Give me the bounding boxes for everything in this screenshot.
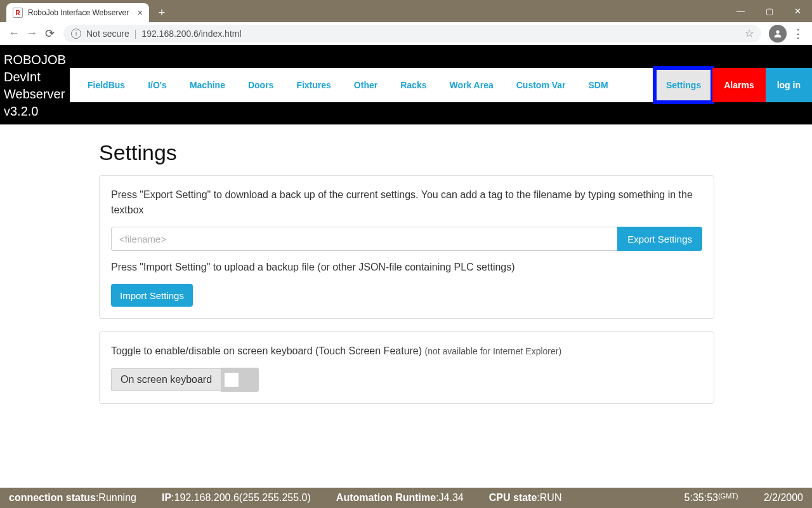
nav-workarea[interactable]: Work Area [438,68,504,102]
export-description: Press "Export Setting" to download a bac… [111,187,702,218]
nav-machine[interactable]: Machine [178,68,237,102]
page-content: Settings Press "Export Setting" to downl… [0,124,812,446]
bookmark-icon[interactable]: ☆ [745,27,754,39]
keyboard-toggle[interactable] [221,368,259,392]
import-description: Press "Import Setting" to upload a backu… [111,260,702,275]
status-bar: connection status:Running IP:192.168.200… [0,488,812,508]
close-window-button[interactable]: ✕ [783,0,812,22]
page-title: Settings [99,140,714,165]
security-label: Not secure [86,29,129,39]
main-nav: FieldBus I/O's Machine Doors Fixtures Ot… [70,68,812,102]
filename-input[interactable] [111,227,617,251]
tab-title: RoboJob Interface Webserver [28,8,129,17]
app-header: ROBOJOB DevInt Webserver v3.2.0 FieldBus… [0,45,812,124]
export-settings-button[interactable]: Export Settings [617,227,702,251]
back-button[interactable]: ← [5,25,23,43]
svg-point-0 [776,30,779,33]
import-settings-button[interactable]: Import Settings [111,284,193,307]
status-connection: connection status:Running [9,492,136,504]
status-date: 2/2/2000 [764,492,803,504]
info-icon[interactable]: i [71,29,81,39]
favicon-icon: R [13,8,23,18]
profile-button[interactable] [769,25,787,43]
export-import-panel: Press "Export Setting" to download a bac… [99,175,714,319]
browser-tab[interactable]: R RoboJob Interface Webserver × [6,3,149,22]
nav-settings[interactable]: Settings [655,68,712,102]
status-automation-runtime: Automation Runtime:J4.34 [336,492,464,504]
nav-customvar[interactable]: Custom Var [505,68,577,102]
maximize-button[interactable]: ▢ [755,0,783,22]
toggle-knob [225,373,239,387]
keyboard-panel: Toggle to enable/disable on screen keybo… [99,331,714,404]
browser-menu-button[interactable]: ⋮ [789,25,807,43]
browser-toolbar: ← → ⟳ i Not secure | 192.168.200.6/index… [0,22,812,45]
nav-fieldbus[interactable]: FieldBus [76,68,136,102]
keyboard-toggle-label: On screen keyboard [111,368,221,391]
nav-sdm[interactable]: SDM [577,68,620,102]
window-controls: — ▢ ✕ [726,0,812,22]
status-ip: IP:192.168.200.6(255.255.255.0) [162,492,311,504]
status-cpu: CPU state:RUN [489,492,562,504]
logo-block: ROBOJOB DevInt Webserver v3.2.0 [0,45,70,124]
close-tab-icon[interactable]: × [138,8,143,18]
address-bar[interactable]: i Not secure | 192.168.200.6/index.html … [63,25,761,43]
keyboard-description: Toggle to enable/disable on screen keybo… [111,344,702,359]
reload-button[interactable]: ⟳ [41,25,58,43]
nav-other[interactable]: Other [343,68,389,102]
nav-racks[interactable]: Racks [389,68,438,102]
nav-alarms[interactable]: Alarms [712,68,765,102]
browser-tabstrip: R RoboJob Interface Webserver × + — ▢ ✕ [0,0,812,22]
minimize-button[interactable]: — [726,0,755,22]
new-tab-button[interactable]: + [153,4,171,22]
nav-login[interactable]: log in [766,68,812,102]
nav-ios[interactable]: I/O's [136,68,178,102]
status-time: 5:35:53(GMT) [684,492,738,504]
nav-doors[interactable]: Doors [237,68,285,102]
url-text: 192.168.200.6/index.html [141,29,241,39]
nav-fixtures[interactable]: Fixtures [285,68,342,102]
forward-button: → [23,25,41,43]
